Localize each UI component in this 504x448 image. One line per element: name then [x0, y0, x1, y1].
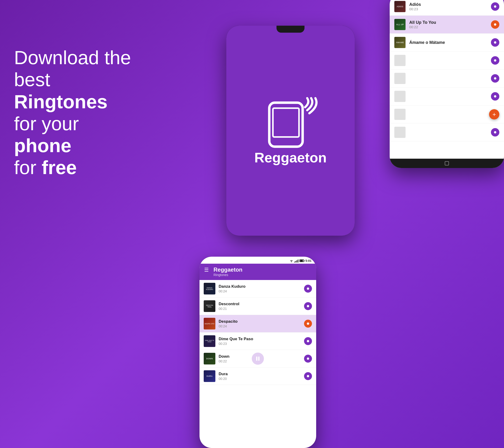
back-dot-6	[494, 95, 496, 98]
front-song-info-despacito: Despacito 00:24	[219, 319, 237, 328]
front-thumb-danza: DANZA KUDURO	[204, 283, 215, 294]
front-thumb-descontrol-text: DESCON TROL	[204, 300, 215, 312]
front-song-title-down: Down	[219, 354, 229, 359]
hero-line1-text: Download the	[14, 47, 131, 68]
back-song-item-6[interactable]	[390, 88, 504, 106]
back-song-item-adios[interactable]: ADIOS Adiós 00:23	[390, 0, 504, 16]
back-song-info-allup: All Up To You 00:22	[409, 20, 436, 29]
front-play-btn-down[interactable]	[304, 355, 312, 363]
front-thumb-descontrol: DESCON TROL	[204, 300, 215, 312]
front-dot-despacito	[307, 323, 309, 325]
fab-button[interactable]: +	[489, 109, 499, 120]
back-play-btn-8[interactable]	[491, 128, 499, 137]
front-song-info-dime: Dime Que Te Paso 00:23	[219, 337, 253, 346]
pause-icon	[256, 357, 259, 361]
back-dot-5	[494, 77, 496, 80]
svg-rect-0	[269, 103, 303, 147]
phone-center-screen: Reggaeton	[226, 26, 355, 236]
phone-back: ADIOS Adiós 00:23 ALL UP All Up	[390, 0, 504, 168]
hero-line1: Download the	[14, 47, 135, 69]
back-song-item-4[interactable]	[390, 52, 504, 70]
wifi-icon	[289, 259, 293, 263]
battery-fill	[300, 260, 303, 262]
phone-center: Reggaeton	[226, 26, 355, 236]
back-thumb-8	[394, 127, 406, 138]
back-thumb-adios: ADIOS	[394, 1, 406, 12]
back-play-btn-6[interactable]	[491, 92, 499, 101]
hero-line3: for your phone	[14, 113, 135, 157]
front-song-item-danza[interactable]: DANZA KUDURO Danza Kuduro 00:24	[199, 280, 316, 298]
hero-free-bold: free	[41, 157, 76, 178]
signal-bar-1	[294, 262, 295, 263]
back-play-btn-allup[interactable]	[491, 20, 499, 29]
front-song-list: DANZA KUDURO Danza Kuduro 00:24 DESCON T…	[199, 280, 316, 385]
front-song-duration-danza: 00:24	[219, 289, 246, 293]
phone-front: 5:01 ☰ Reggaeton Ringtones DANZA KUDURO	[199, 257, 316, 448]
front-dot-descontrol	[307, 305, 309, 307]
front-play-btn-descontrol[interactable]	[304, 302, 312, 310]
back-song-item-5[interactable]	[390, 70, 504, 88]
front-song-duration-despacito: 00:24	[219, 324, 237, 328]
back-song-item-allup[interactable]: ALL UP All Up To You 00:22	[390, 16, 504, 34]
back-thumb-7	[394, 109, 406, 120]
svg-rect-1	[273, 108, 299, 137]
front-song-info-dura: Dura 00:20	[219, 372, 228, 381]
hero-line4: for free	[14, 157, 135, 179]
signal-bar-2	[295, 261, 296, 263]
front-song-title-dura: Dura	[219, 372, 228, 376]
back-thumb-6	[394, 91, 406, 102]
front-song-title-despacito: Despacito	[219, 319, 237, 324]
status-icons	[289, 259, 304, 263]
back-song-item-7[interactable]: +	[390, 106, 504, 124]
front-dot-dura	[307, 375, 309, 377]
hamburger-icon[interactable]: ☰	[204, 268, 209, 272]
front-song-duration-dura: 00:20	[219, 377, 228, 381]
front-play-btn-dura[interactable]	[304, 372, 312, 380]
front-dot-dime	[307, 340, 309, 342]
back-dot-allup	[494, 23, 496, 26]
back-thumb-allup: ALL UP	[394, 19, 406, 30]
back-thumb-amate: ÁMAME	[394, 37, 406, 48]
front-dot-down	[307, 358, 309, 360]
back-song-item-amate[interactable]: ÁMAME Ámame o Mátame	[390, 34, 504, 52]
front-pause-btn-down[interactable]	[252, 353, 264, 365]
back-play-btn-5[interactable]	[491, 74, 499, 83]
back-play-btn-amate[interactable]	[491, 38, 499, 47]
back-play-btn-4[interactable]	[491, 56, 499, 65]
back-song-item-8[interactable]	[390, 124, 504, 141]
front-song-info-danza: Danza Kuduro 00:24	[219, 284, 246, 293]
signal-bar-4	[298, 259, 298, 263]
front-play-btn-despacito[interactable]	[304, 320, 312, 328]
hero-phone-bold: phone	[14, 135, 72, 156]
front-song-item-despacito[interactable]: DESPA CITO Despacito 00:24	[199, 315, 316, 333]
back-song-info-adios: Adiós 00:23	[409, 2, 421, 11]
back-thumb-5	[394, 73, 406, 84]
reggaeton-phone-icon	[260, 96, 321, 152]
front-song-item-dura[interactable]: DURA Dura 00:20	[199, 368, 316, 385]
front-thumb-danza-text: DANZA KUDURO	[204, 283, 215, 294]
front-song-item-descontrol[interactable]: DESCON TROL Descontrol 00:21	[199, 298, 316, 315]
signal-bars	[294, 259, 298, 263]
phone-center-notch	[276, 26, 305, 33]
back-thumb-amate-text: ÁMAME	[394, 37, 406, 48]
front-thumb-dura-text: DURA	[204, 370, 215, 382]
hero-line2: best Ringtones	[14, 69, 135, 113]
back-dot-amate	[494, 41, 496, 44]
front-song-info-down: Down 00:22	[219, 354, 229, 363]
phone-back-frame: ADIOS Adiós 00:23 ALL UP All Up	[390, 0, 504, 168]
front-song-item-dime[interactable]: DIME QUE TE PASO Dime Que Te Paso 00:23	[199, 333, 316, 350]
back-song-duration-adios: 00:23	[409, 7, 421, 11]
front-song-duration-dime: 00:23	[219, 342, 253, 346]
battery-icon	[299, 259, 304, 262]
phone-front-screen: 5:01 ☰ Reggaeton Ringtones DANZA KUDURO	[199, 257, 316, 448]
status-bar: 5:01	[199, 257, 316, 264]
front-song-item-down[interactable]: DOWN Down 00:22	[199, 350, 316, 368]
nav-square-back	[445, 161, 449, 165]
front-thumb-despacito: DESPA CITO	[204, 318, 215, 329]
front-thumb-down: DOWN	[204, 353, 215, 364]
back-play-btn-adios[interactable]	[491, 2, 499, 11]
phone-center-frame: Reggaeton	[226, 26, 355, 236]
front-play-btn-dime[interactable]	[304, 337, 312, 345]
front-play-btn-danza[interactable]	[304, 285, 312, 293]
app-title: Reggaeton	[214, 267, 242, 273]
